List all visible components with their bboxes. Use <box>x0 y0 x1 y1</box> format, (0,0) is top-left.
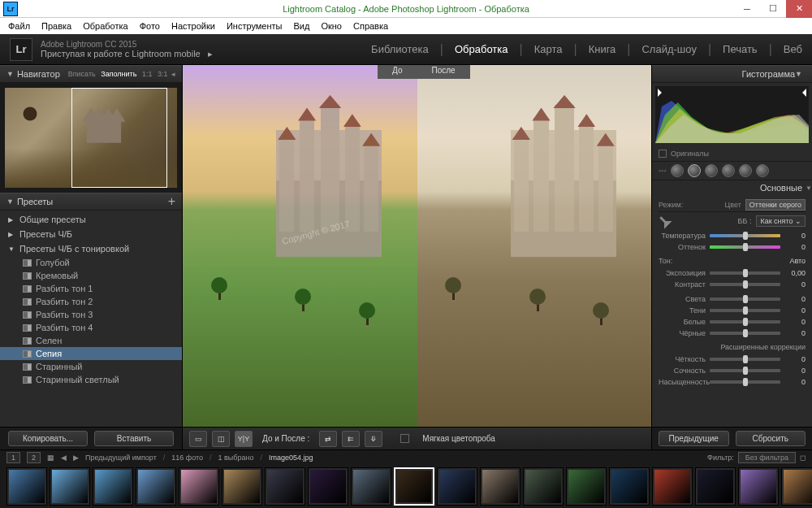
thumbnail[interactable] <box>437 467 477 506</box>
histogram-header[interactable]: Гистограмма ▼ <box>652 65 812 83</box>
thumbnail[interactable] <box>652 467 693 506</box>
monitor-1[interactable]: 1 <box>6 452 20 463</box>
menu-Окно[interactable]: Окно <box>316 20 347 33</box>
originals-row[interactable]: Оригиналы <box>652 146 812 161</box>
slider-Чёткость[interactable]: Чёткость0 <box>659 354 806 365</box>
thumbnail[interactable] <box>566 467 607 506</box>
slider-Контраст[interactable]: Контраст0 <box>659 279 806 290</box>
grid-icon[interactable]: ▦ <box>47 454 54 462</box>
slider-Температура[interactable]: Температура0 <box>659 230 806 241</box>
thumbnail[interactable] <box>222 467 262 506</box>
softproof-checkbox[interactable] <box>400 434 409 443</box>
preset-item[interactable]: Разбить тон 4 <box>0 321 182 334</box>
navigator-zoom-options[interactable]: Вписать Заполнить 1:1 3:1 ◂ <box>67 70 175 78</box>
menu-Справка[interactable]: Справка <box>348 20 393 33</box>
thumbnail[interactable] <box>50 467 90 506</box>
preset-group[interactable]: ▶Пресеты Ч/Б <box>0 227 182 241</box>
slider-Света[interactable]: Света0 <box>659 293 806 305</box>
thumbnail[interactable] <box>136 467 176 506</box>
eyedropper-icon[interactable] <box>656 213 672 229</box>
histogram-display[interactable] <box>655 86 809 143</box>
filter-select[interactable]: Без фильтра <box>738 452 796 463</box>
thumbnail[interactable] <box>351 467 391 506</box>
presets-header[interactable]: ▼ Пресеты + <box>0 193 182 211</box>
thumbnail[interactable] <box>480 467 520 506</box>
slider-Оттенок[interactable]: Оттенок0 <box>659 241 806 253</box>
thumbnail[interactable] <box>738 467 779 506</box>
slider-Белые[interactable]: Белые0 <box>659 316 806 328</box>
module-tab-Слайд-шоу[interactable]: Слайд-шоу <box>641 43 696 55</box>
preset-item[interactable]: Разбить тон 2 <box>0 295 182 308</box>
module-tab-Библиотека[interactable]: Библиотека <box>371 43 429 55</box>
preset-item[interactable]: Разбить тон 3 <box>0 308 182 321</box>
slider-Тени[interactable]: Тени0 <box>659 305 806 316</box>
before-after-canvas[interactable]: До Copyright © 2017 После <box>183 65 651 427</box>
slider-Сочность[interactable]: Сочность0 <box>659 365 806 376</box>
thumbnail[interactable] <box>695 467 736 506</box>
preset-item[interactable]: Разбить тон 1 <box>0 282 182 295</box>
wb-select[interactable]: Как снято ⌄ <box>756 215 806 227</box>
menu-Правка[interactable]: Правка <box>37 20 76 33</box>
originals-checkbox[interactable] <box>659 150 667 158</box>
add-preset-icon[interactable]: + <box>168 194 175 209</box>
menu-Вид[interactable]: Вид <box>289 20 315 33</box>
module-tab-Веб[interactable]: Веб <box>784 43 802 55</box>
copy-button[interactable]: Копировать... <box>8 431 88 446</box>
reset-button[interactable]: Сбросить <box>736 431 806 446</box>
minimize-button[interactable]: ─ <box>734 0 760 18</box>
before-after-button[interactable]: Y|Y <box>235 431 253 447</box>
tool-radial[interactable] <box>739 164 752 177</box>
menu-Обработка[interactable]: Обработка <box>78 20 132 33</box>
filter-lock-icon[interactable]: ◻ <box>800 454 806 462</box>
navigator-preview[interactable] <box>0 83 182 193</box>
menu-Фото[interactable]: Фото <box>135 20 165 33</box>
tool-gradient[interactable] <box>722 164 735 177</box>
preset-group[interactable]: ▼Пресеты Ч/Б с тонировкой <box>0 241 182 256</box>
thumbnail[interactable] <box>308 467 348 506</box>
nav-fwd-icon[interactable]: ▶ <box>73 454 79 462</box>
menu-Файл[interactable]: Файл <box>3 20 35 33</box>
copy-before-button[interactable]: ⇇ <box>342 431 360 447</box>
maximize-button[interactable]: ☐ <box>760 0 786 18</box>
module-tab-Книга[interactable]: Книга <box>589 43 616 55</box>
preset-item[interactable]: Кремовый <box>0 269 182 282</box>
thumbnail[interactable] <box>265 467 305 506</box>
thumbnail[interactable] <box>523 467 564 506</box>
compare-view-button[interactable]: ◫ <box>212 431 230 447</box>
loupe-view-button[interactable]: ▭ <box>189 431 207 447</box>
grayscale-mode[interactable]: Оттенки серого <box>745 199 806 211</box>
thumbnail[interactable] <box>179 467 219 506</box>
paste-button[interactable]: Вставить <box>94 431 174 446</box>
preset-item[interactable]: Сепия <box>0 347 182 360</box>
copy-after-button[interactable]: ⤋ <box>365 431 382 447</box>
module-tab-Карта[interactable]: Карта <box>534 43 563 55</box>
menu-Настройки[interactable]: Настройки <box>166 20 220 33</box>
slider-Чёрные[interactable]: Чёрные0 <box>659 328 806 339</box>
navigator-header[interactable]: ▼ Навигатор Вписать Заполнить 1:1 3:1 ◂ <box>0 65 182 83</box>
previous-button[interactable]: Предыдущие <box>659 431 729 446</box>
module-tab-Печать[interactable]: Печать <box>723 43 758 55</box>
thumbnail[interactable] <box>609 467 650 506</box>
preset-item[interactable]: Старинный светлый <box>0 373 182 386</box>
thumbnail[interactable] <box>93 467 133 506</box>
auto-tone-button[interactable]: Авто <box>789 257 806 265</box>
tool-crop[interactable] <box>671 164 684 177</box>
nav-back-icon[interactable]: ◀ <box>61 454 67 462</box>
menu-Инструменты[interactable]: Инструменты <box>222 20 287 33</box>
basic-panel-header[interactable]: Основные▼ <box>652 180 812 195</box>
preset-item[interactable]: Старинный <box>0 360 182 373</box>
thumbnail-strip[interactable] <box>0 465 812 508</box>
thumbnail[interactable] <box>394 467 434 506</box>
tool-redeye[interactable] <box>705 164 718 177</box>
preset-group[interactable]: ▶Общие пресеты <box>0 212 182 227</box>
monitor-2[interactable]: 2 <box>27 452 41 463</box>
filmstrip-source[interactable]: Предыдущий импорт <box>85 454 157 462</box>
thumbnail[interactable] <box>6 467 47 506</box>
slider-Насыщенность[interactable]: Насыщенность0 <box>659 376 806 388</box>
tool-brush[interactable] <box>756 164 769 177</box>
slider-Экспозиция[interactable]: Экспозиция0,00 <box>659 267 806 279</box>
close-button[interactable]: ✕ <box>786 0 812 18</box>
color-mode[interactable]: Цвет <box>725 201 741 209</box>
tool-spot[interactable] <box>688 164 701 177</box>
preset-item[interactable]: Селен <box>0 334 182 347</box>
